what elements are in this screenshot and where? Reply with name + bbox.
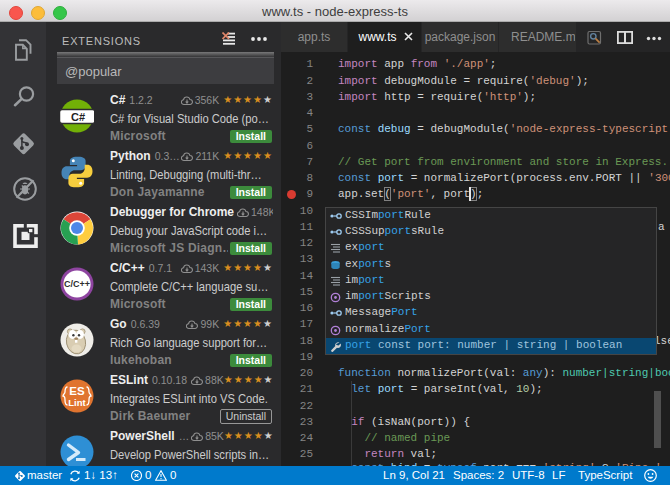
svg-text:C#: C# [71,111,85,123]
svg-text:Lint: Lint [68,397,86,408]
svg-text:C/C++: C/C++ [64,279,90,289]
svg-text:ES: ES [69,385,85,397]
